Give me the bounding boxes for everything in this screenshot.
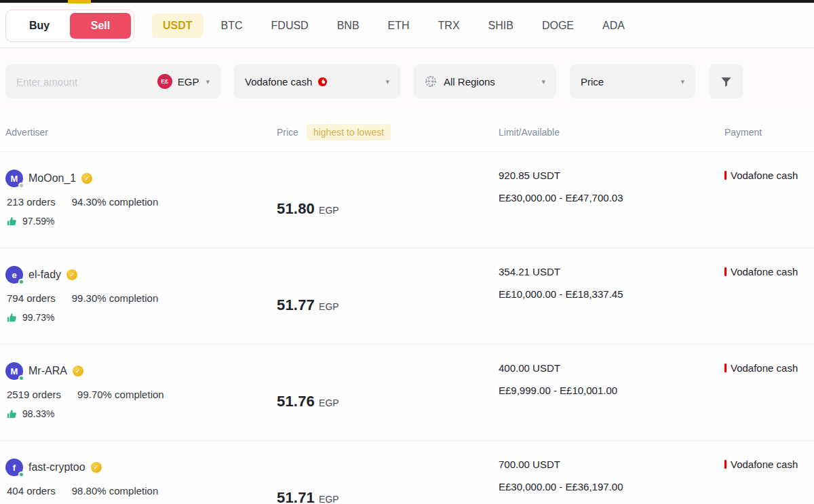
advertiser-name: fast-cryptoo bbox=[28, 461, 85, 473]
price-currency: EGP bbox=[319, 398, 339, 408]
payment-method-name: Vodafone cash bbox=[731, 170, 798, 181]
orders-count: 213 orders bbox=[7, 196, 56, 208]
coin-tab-bnb[interactable]: BNB bbox=[326, 14, 370, 38]
available-amount: 400.00 USDT bbox=[499, 362, 724, 374]
payment-method-select[interactable]: Vodafone cash ▾ bbox=[234, 64, 400, 98]
coin-tab-shib[interactable]: SHIB bbox=[478, 14, 524, 38]
completion-rate: 98.80% completion bbox=[72, 485, 159, 497]
chevron-down-icon: ▾ bbox=[206, 77, 210, 86]
offer-row: e el-fady ✓ 794 orders 99.30% completion… bbox=[0, 248, 814, 345]
price-value: 51.77 bbox=[277, 296, 315, 313]
available-amount: 700.00 USDT bbox=[499, 459, 724, 470]
amount-input[interactable] bbox=[16, 76, 111, 88]
positive-rating: 98.33% bbox=[22, 408, 54, 419]
sort-select[interactable]: Price ▾ bbox=[570, 64, 695, 98]
coin-tab-fdusd[interactable]: FDUSD bbox=[260, 14, 319, 38]
positive-rating: 97.59% bbox=[22, 216, 54, 227]
top-bar bbox=[0, 0, 814, 3]
orders-count: 794 orders bbox=[7, 292, 56, 304]
vodafone-icon bbox=[317, 77, 328, 87]
positive-rating: 99.73% bbox=[22, 312, 54, 323]
sell-tab[interactable]: Sell bbox=[70, 13, 131, 39]
offer-price: 51.76EGP bbox=[277, 362, 499, 440]
offer-row: M Mr-ARA ✓ 2519 orders 99.70% completion… bbox=[0, 345, 814, 441]
payment-color-bar bbox=[724, 364, 726, 372]
price-currency: EGP bbox=[319, 205, 339, 216]
orders-count: 404 orders bbox=[7, 485, 56, 497]
region-select[interactable]: All Regions ▾ bbox=[414, 64, 556, 98]
sort-select-value: Price bbox=[581, 76, 604, 88]
avatar: M bbox=[5, 170, 23, 187]
buy-tab[interactable]: Buy bbox=[9, 13, 70, 39]
header-limit-available: Limit/Available bbox=[499, 127, 724, 138]
chevron-down-icon: ▾ bbox=[680, 77, 684, 86]
price-value: 51.80 bbox=[277, 200, 315, 217]
thumbs-up-icon bbox=[7, 216, 17, 227]
chevron-down-icon: ▾ bbox=[541, 77, 545, 86]
globe-icon bbox=[425, 75, 437, 88]
advertiser-link[interactable]: M MoOon_1 ✓ bbox=[5, 170, 277, 187]
filter-bar: E£ EGP ▾ Vodafone cash ▾ All Regions ▾ P… bbox=[0, 48, 814, 113]
payment-method: Vodafone cash bbox=[724, 459, 809, 470]
limit-range: E£30,000.00 - E£47,700.03 bbox=[499, 192, 724, 203]
thumbs-up-icon bbox=[7, 409, 17, 419]
advertiser-link[interactable]: M Mr-ARA ✓ bbox=[5, 362, 277, 380]
header-price-group: Price highest to lowest bbox=[277, 124, 499, 140]
avatar: M bbox=[5, 362, 23, 380]
table-header: Advertiser Price highest to lowest Limit… bbox=[0, 113, 814, 152]
offer-price: 51.71EGP bbox=[277, 459, 499, 504]
coin-tab-usdt[interactable]: USDT bbox=[152, 14, 204, 38]
advertiser-link[interactable]: f fast-cryptoo ✓ bbox=[5, 459, 277, 476]
advertiser-name: el-fady bbox=[28, 269, 61, 281]
payment-color-bar bbox=[724, 171, 726, 180]
offer-row: f fast-cryptoo ✓ 404 orders 98.80% compl… bbox=[0, 441, 814, 504]
egp-currency-icon: E£ bbox=[157, 74, 172, 89]
verified-icon: ✓ bbox=[73, 366, 83, 376]
payment-color-bar bbox=[724, 460, 726, 469]
header-price[interactable]: Price bbox=[277, 127, 298, 138]
verified-icon: ✓ bbox=[66, 269, 77, 280]
price-value: 51.71 bbox=[277, 489, 315, 504]
coin-tab-eth[interactable]: ETH bbox=[377, 14, 421, 38]
advertiser-link[interactable]: e el-fady ✓ bbox=[5, 266, 277, 284]
fiat-select[interactable]: E£ EGP ▾ bbox=[157, 74, 210, 89]
available-amount: 354.21 USDT bbox=[499, 266, 724, 277]
payment-method-name: Vodafone cash bbox=[731, 459, 798, 470]
payment-color-bar bbox=[724, 267, 726, 276]
header-payment: Payment bbox=[724, 127, 809, 138]
completion-rate: 99.70% completion bbox=[77, 389, 164, 400]
coin-tab-doge[interactable]: DOGE bbox=[531, 14, 585, 38]
advanced-filter-button[interactable] bbox=[709, 64, 743, 98]
limit-range: E£30,000.00 - E£36,197.00 bbox=[499, 481, 724, 492]
completion-rate: 99.30% completion bbox=[72, 292, 159, 304]
price-currency: EGP bbox=[319, 301, 339, 312]
offer-list: M MoOon_1 ✓ 213 orders 94.30% completion… bbox=[0, 152, 814, 504]
coin-tab-trx[interactable]: TRX bbox=[427, 14, 471, 38]
funnel-icon bbox=[720, 75, 733, 88]
advertiser-name: Mr-ARA bbox=[28, 365, 67, 377]
coin-tab-ada[interactable]: ADA bbox=[592, 14, 636, 38]
offer-price: 51.80EGP bbox=[277, 170, 499, 248]
price-currency: EGP bbox=[319, 494, 339, 504]
status-dot bbox=[18, 182, 24, 189]
status-dot bbox=[18, 375, 24, 381]
payment-method-name: Vodafone cash bbox=[731, 362, 798, 374]
limit-range: E£10,000.00 - E£18,337.45 bbox=[499, 288, 724, 300]
status-dot bbox=[18, 471, 24, 478]
advertiser-name: MoOon_1 bbox=[28, 172, 76, 185]
offer-row: M MoOon_1 ✓ 213 orders 94.30% completion… bbox=[0, 152, 814, 248]
limit-range: E£9,999.00 - E£10,001.00 bbox=[499, 385, 724, 396]
status-dot bbox=[18, 279, 24, 285]
offer-price: 51.77EGP bbox=[277, 266, 499, 344]
price-sort-badge[interactable]: highest to lowest bbox=[307, 124, 391, 140]
price-value: 51.76 bbox=[277, 393, 315, 410]
trade-tabs-row: Buy Sell USDT BTC FDUSD BNB ETH TRX SHIB… bbox=[0, 3, 814, 48]
chevron-down-icon: ▾ bbox=[385, 77, 389, 86]
region-select-value: All Regions bbox=[444, 76, 495, 88]
completion-rate: 94.30% completion bbox=[72, 196, 159, 208]
payment-method: Vodafone cash bbox=[724, 266, 809, 277]
coin-tab-btc[interactable]: BTC bbox=[210, 14, 254, 38]
amount-filter: E£ EGP ▾ bbox=[5, 64, 220, 98]
verified-icon: ✓ bbox=[81, 173, 92, 184]
available-amount: 920.85 USDT bbox=[499, 170, 724, 181]
